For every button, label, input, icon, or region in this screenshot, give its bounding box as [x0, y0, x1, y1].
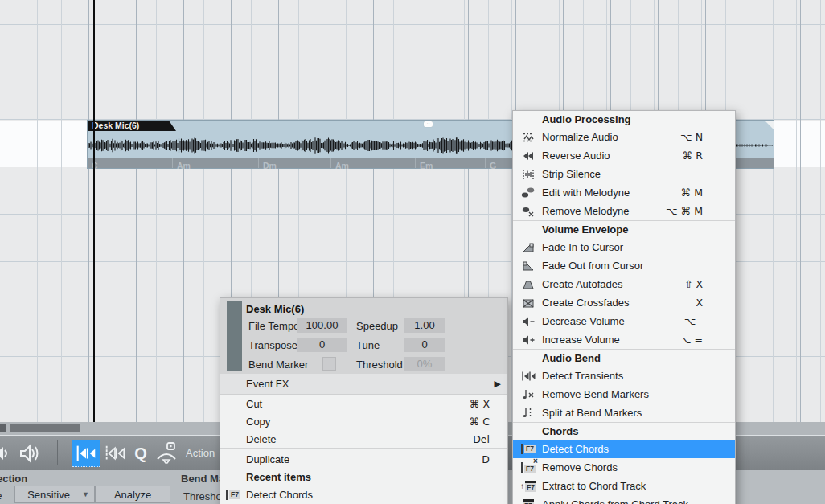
menu-item-reverse-audio[interactable]: Reverse Audio⌘ R [513, 146, 735, 165]
menu-item-label: Audio Bend [513, 352, 735, 364]
chord-segment[interactable]: C [88, 158, 172, 168]
scrollbar-corner [0, 424, 6, 432]
menu-section-chords: Chords [513, 422, 735, 440]
reverse-audio-icon [519, 150, 538, 162]
menu-item-delete[interactable]: DeleteDel [220, 430, 507, 448]
bend-marker-split-tool-icon[interactable] [101, 440, 129, 467]
field-value[interactable]: 0% [404, 357, 445, 371]
menu-item-label: Recent items [220, 471, 507, 483]
menu-item-remove-melodyne[interactable]: Remove Melodyne⌥ ⌘ M [513, 202, 735, 220]
event-properties-panel: Desk Mic(6) File Tempo100.00Speedup1.00T… [220, 298, 507, 374]
menu-item-fade-in-to-cursor[interactable]: Fade In to Cursor [513, 238, 735, 256]
fade-out-icon [519, 260, 538, 272]
remove-chords-icon: F7× [519, 461, 538, 473]
menu-item-label: Normalize Audio [513, 131, 680, 143]
menu-item-label: Cut [220, 398, 470, 410]
chord-label: Em [416, 161, 433, 170]
field-label: Threshold [356, 359, 403, 371]
bend-curve-tool-icon[interactable] [153, 440, 180, 467]
panel-divider [174, 470, 174, 504]
sensitive-dropdown[interactable]: Sensitive ▼ [14, 486, 95, 503]
property-row: Transpose0Tune0 [220, 338, 507, 352]
chord-segment[interactable]: Em [415, 158, 485, 168]
field-value[interactable]: 1.00 [404, 318, 445, 333]
menu-item-shortcut: D [482, 453, 507, 465]
event-fx-menu-item[interactable]: Event FX ▶ [220, 374, 507, 395]
menu-item-detect-transients[interactable]: Detect Transients [513, 367, 735, 385]
menu-item-remove-bend-markers[interactable]: Remove Bend Markers [513, 385, 735, 404]
menu-item-edit-with-melodyne[interactable]: Edit with Melodyne⌘ M [513, 183, 735, 202]
fade-in-icon [519, 241, 538, 254]
field-label: Bend Marker [248, 359, 308, 371]
menu-item-increase-volume[interactable]: Increase Volume⌥ = [513, 330, 735, 349]
chord-segment[interactable]: Am [172, 158, 258, 168]
event-stretch-handle[interactable]: ∷ [424, 121, 433, 127]
menu-item-apply-chords-from-chord-track[interactable]: F7Apply Chords from Chord Track [513, 495, 735, 504]
menu-item-copy[interactable]: Copy⌘ C [220, 412, 507, 430]
menu-item-remove-chords[interactable]: F7×Remove Chords [513, 458, 735, 477]
chord-label: Am [331, 161, 349, 170]
menu-section-recent-items: Recent items [220, 468, 507, 486]
menu-item-decrease-volume[interactable]: Decrease Volume⌥ - [513, 312, 735, 330]
menu-section-volume-envelope: Volume Envelope [513, 220, 735, 238]
analyze-button[interactable]: Analyze [95, 486, 170, 503]
menu-item-extract-to-chord-track[interactable]: ↑F7Extract to Chord Track [513, 477, 735, 495]
chord-segment[interactable]: Am [330, 158, 415, 168]
menu-item-duplicate[interactable]: DuplicateD [220, 450, 507, 468]
event-menu-title: Desk Mic(6) [246, 303, 304, 315]
bend-marker-checkbox[interactable] [322, 357, 336, 371]
clipped-listen-tool-icon[interactable] [0, 440, 14, 467]
field-value[interactable]: 0 [297, 338, 347, 352]
menu-item-label: Detect Chords [513, 443, 735, 455]
strip-silence-icon [519, 168, 538, 181]
chord-label: G [486, 161, 496, 170]
chevron-down-icon: ▼ [82, 490, 94, 498]
field-value[interactable]: 0 [404, 338, 445, 352]
menu-item-shortcut: Del [473, 433, 507, 445]
menu-item-create-crossfades[interactable]: Create CrossfadesX [513, 293, 735, 312]
menu-item-create-autofades[interactable]: Create Autofades⇧ X [513, 275, 735, 293]
audio-context-menu: Audio ProcessingNormalize Audio⌥ NRevers… [512, 110, 736, 504]
submenu-arrow-icon: ▶ [495, 379, 507, 389]
speaker-icon[interactable] [16, 440, 43, 467]
menu-item-detect-chords[interactable]: F7Detect Chords [220, 486, 507, 503]
menu-item-label: Reverse Audio [513, 150, 683, 162]
menu-item-detect-chords[interactable]: F7Detect Chords [513, 440, 735, 458]
detect-chords-icon: F7 [224, 490, 243, 500]
menu-item-label: Detect Transients [513, 370, 735, 382]
scrollbar-thumb[interactable] [10, 424, 80, 432]
menu-item-split-at-bend-markers[interactable]: Split at Bend Markers [513, 404, 735, 422]
chord-label: Am [173, 161, 191, 170]
event-context-menu: Desk Mic(6) File Tempo100.00Speedup1.00T… [220, 297, 508, 504]
menu-item-shortcut: ⌥ N [680, 131, 735, 143]
bend-marker-tool-icon[interactable] [72, 440, 100, 467]
menu-item-label: Edit with Melodyne [513, 186, 681, 199]
menu-item-cut[interactable]: Cut⌘ X [220, 395, 507, 412]
field-value[interactable]: 100.00 [297, 318, 347, 333]
event-name-tab[interactable]: Desk Mic(6) [88, 121, 176, 131]
menu-item-shortcut: ⌘ R [683, 150, 735, 162]
detection-section-title: Detection [0, 473, 27, 485]
chord-segment[interactable]: Dm [258, 158, 330, 168]
decrease-volume-icon [519, 315, 538, 328]
menu-item-label: Decrease Volume [513, 315, 684, 327]
menu-item-shortcut: ⌥ = [679, 334, 735, 346]
crossfades-icon [519, 297, 538, 309]
menu-item-label: Remove Chords [513, 461, 735, 473]
playhead-cursor[interactable] [93, 0, 95, 426]
quantize-tool-icon[interactable]: Q [127, 440, 154, 467]
menu-item-label: Duplicate [220, 453, 482, 465]
menu-item-label: Volume Envelope [513, 223, 735, 236]
chord-label: Dm [259, 161, 277, 170]
menu-item-normalize-audio[interactable]: Normalize Audio⌥ N [513, 128, 735, 146]
menu-item-fade-out-from-cursor[interactable]: Fade Out from Cursor [513, 256, 735, 275]
menu-item-label: Apply Chords from Chord Track [513, 498, 735, 504]
menu-item-label: Fade In to Cursor [513, 241, 735, 253]
increase-volume-icon [519, 334, 538, 346]
menu-item-label: Strip Silence [513, 168, 735, 180]
menu-item-label: Fade Out from Cursor [513, 260, 735, 272]
property-row: Bend MarkerThreshold0% [220, 357, 507, 371]
menu-item-shortcut: ⌘ X [470, 398, 507, 410]
menu-item-strip-silence[interactable]: Strip Silence [513, 165, 735, 183]
action-dropdown[interactable]: Action [186, 447, 215, 459]
